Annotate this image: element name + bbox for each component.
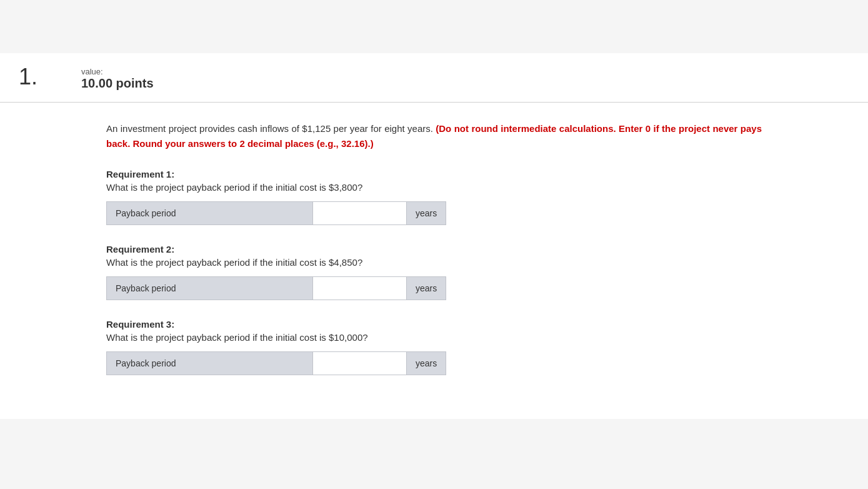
requirement-1-desc: What is the project payback period if th…	[106, 182, 762, 193]
top-bar	[0, 0, 868, 53]
question-value: value: 10.00 points	[81, 67, 154, 91]
requirement-3-input-label: Payback period	[106, 351, 312, 375]
question-body: An investment project provides cash infl…	[0, 103, 868, 419]
question-header: 1. value: 10.00 points	[0, 53, 868, 103]
requirement-2-unit: years	[406, 276, 446, 300]
requirement-1-input[interactable]	[312, 201, 406, 225]
requirement-1-input-row: Payback period years	[106, 201, 456, 225]
requirement-2-input-label: Payback period	[106, 276, 312, 300]
requirement-3-block: Requirement 3: What is the project payba…	[106, 319, 762, 375]
requirement-3-unit: years	[406, 351, 446, 375]
requirement-1-block: Requirement 1: What is the project payba…	[106, 169, 762, 225]
requirement-1-input-label: Payback period	[106, 201, 312, 225]
requirement-2-desc: What is the project payback period if th…	[106, 257, 762, 268]
value-label: value:	[81, 67, 154, 76]
requirement-2-block: Requirement 2: What is the project payba…	[106, 244, 762, 300]
requirement-1-title: Requirement 1:	[106, 169, 762, 179]
content-area: 1. value: 10.00 points An investment pro…	[0, 53, 868, 419]
requirement-2-title: Requirement 2:	[106, 244, 762, 255]
requirement-2-input[interactable]	[312, 276, 406, 300]
requirement-3-input[interactable]	[312, 351, 406, 375]
value-points: 10.00 points	[81, 76, 154, 91]
requirement-3-input-row: Payback period years	[106, 351, 456, 375]
body-text: An investment project provides cash infl…	[106, 123, 433, 134]
requirement-2-input-row: Payback period years	[106, 276, 456, 300]
requirement-3-title: Requirement 3:	[106, 319, 762, 330]
question-number: 1.	[19, 64, 81, 89]
requirement-3-desc: What is the project payback period if th…	[106, 332, 762, 343]
requirement-1-unit: years	[406, 201, 446, 225]
question-text: An investment project provides cash infl…	[106, 121, 762, 151]
